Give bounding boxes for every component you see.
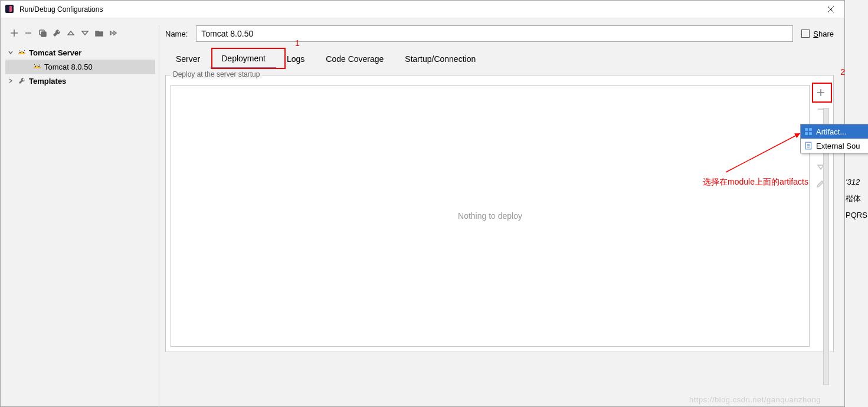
add-config-button[interactable] bbox=[8, 27, 21, 40]
tab-logs[interactable]: Logs bbox=[276, 49, 315, 69]
deploy-list[interactable]: Nothing to deploy bbox=[171, 85, 810, 347]
annotation-2: 2 bbox=[840, 67, 845, 77]
close-button[interactable] bbox=[817, 1, 844, 18]
svg-rect-6 bbox=[41, 32, 46, 37]
titlebar: Run/Debug Configurations bbox=[1, 1, 844, 18]
remove-config-button[interactable] bbox=[22, 27, 35, 40]
tomcat-icon bbox=[17, 48, 27, 57]
tab-deployment[interactable]: Deployment bbox=[211, 49, 276, 69]
external-source-icon bbox=[804, 142, 813, 150]
name-label: Name: bbox=[165, 29, 188, 38]
svg-marker-9 bbox=[110, 31, 113, 35]
tree-node-label: Templates bbox=[29, 77, 66, 86]
svg-rect-20 bbox=[805, 128, 808, 131]
share-checkbox-group[interactable]: SSharehare bbox=[801, 29, 834, 38]
svg-point-13 bbox=[35, 66, 36, 67]
share-checkbox[interactable] bbox=[801, 29, 810, 38]
svg-rect-22 bbox=[805, 132, 808, 135]
add-deploy-button[interactable] bbox=[813, 85, 828, 100]
tree-node-label: Tomcat Server bbox=[29, 48, 81, 57]
wrench-icon bbox=[17, 76, 27, 86]
config-tree[interactable]: Tomcat Server Tomcat 8.0.50 Templates bbox=[5, 45, 155, 88]
svg-rect-23 bbox=[809, 132, 812, 135]
popup-item-external-source[interactable]: External Sou bbox=[801, 139, 868, 153]
move-down-button[interactable] bbox=[78, 27, 91, 40]
popup-item-label: Artifact... bbox=[816, 127, 846, 136]
svg-point-11 bbox=[19, 52, 21, 53]
folder-button[interactable] bbox=[93, 27, 106, 40]
app-icon bbox=[5, 5, 15, 14]
tab-bar: Server Deployment Logs Code Coverage Sta… bbox=[165, 49, 834, 69]
background-text: '312 楷体 PQRS bbox=[846, 174, 868, 224]
tree-node-label: Tomcat 8.0.50 bbox=[44, 63, 93, 71]
tab-server[interactable]: Server bbox=[165, 49, 211, 69]
artifact-icon bbox=[804, 127, 813, 136]
svg-point-14 bbox=[38, 66, 40, 67]
tree-node-tomcat-server[interactable]: Tomcat Server bbox=[5, 45, 155, 60]
popup-item-artifact[interactable]: Artifact... bbox=[801, 124, 868, 139]
share-label: SSharehare bbox=[813, 29, 834, 38]
svg-rect-21 bbox=[809, 128, 812, 131]
window-title: Run/Debug Configurations bbox=[19, 5, 817, 14]
wrench-button[interactable] bbox=[50, 27, 63, 40]
chevron-right-icon[interactable] bbox=[6, 78, 15, 83]
left-panel: Tomcat Server Tomcat 8.0.50 Templates bbox=[1, 25, 160, 406]
tab-startup-connection[interactable]: Startup/Connection bbox=[394, 49, 486, 69]
svg-marker-8 bbox=[82, 31, 88, 35]
fieldset-legend: Deploy at the server startup bbox=[171, 70, 262, 78]
tomcat-icon bbox=[32, 62, 42, 71]
svg-point-12 bbox=[23, 52, 24, 53]
config-toolbar bbox=[5, 25, 155, 41]
tab-code-coverage[interactable]: Code Coverage bbox=[315, 49, 394, 69]
right-panel: Name: SSharehare 1 Server Deployment Log… bbox=[159, 25, 844, 406]
watermark: https://blog.csdn.net/ganquanzhong bbox=[689, 395, 821, 404]
tree-node-tomcat-child[interactable]: Tomcat 8.0.50 bbox=[5, 60, 155, 74]
popup-item-label: External Sou bbox=[816, 142, 860, 150]
move-up-button[interactable] bbox=[64, 27, 77, 40]
tree-node-templates[interactable]: Templates bbox=[5, 74, 155, 88]
more-button[interactable] bbox=[107, 27, 120, 40]
copy-config-button[interactable] bbox=[36, 27, 49, 40]
annotation-1: 1 bbox=[295, 38, 300, 48]
chevron-down-icon[interactable] bbox=[6, 50, 15, 55]
svg-marker-10 bbox=[114, 31, 116, 35]
svg-marker-7 bbox=[68, 31, 74, 35]
add-popup-menu: Artifact... External Sou bbox=[800, 124, 868, 153]
deploy-fieldset: Deploy at the server startup 2 Nothing t… bbox=[165, 75, 834, 352]
empty-text: Nothing to deploy bbox=[458, 211, 522, 221]
name-input[interactable] bbox=[196, 25, 793, 42]
annotation-text: 选择在module上面的artifacts bbox=[703, 177, 808, 188]
